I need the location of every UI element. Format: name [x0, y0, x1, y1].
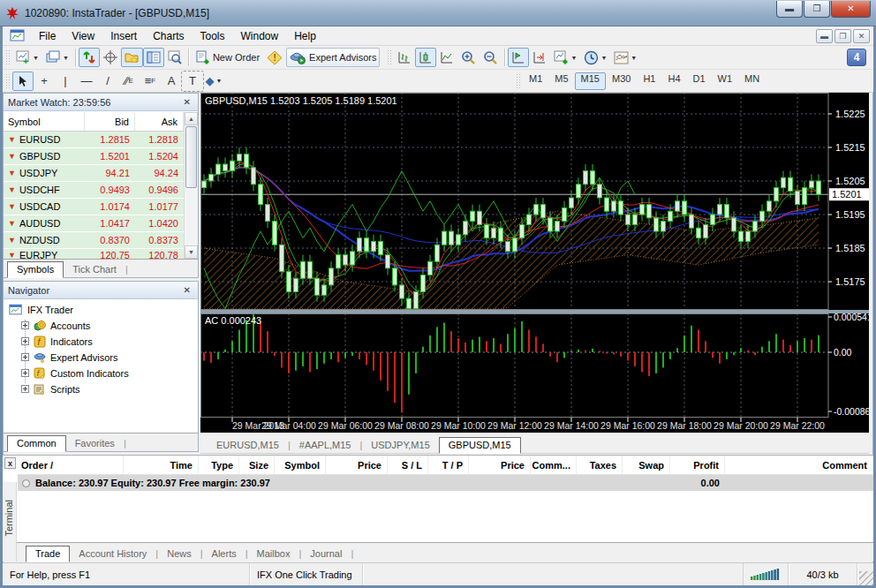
tab-symbols[interactable]: Symbols — [7, 261, 64, 278]
scroll-up-icon[interactable]: ▲ — [185, 112, 198, 125]
chart-window-icon[interactable] — [10, 29, 26, 42]
cursor-tool[interactable] — [12, 72, 34, 91]
timeframe-H4[interactable]: H4 — [661, 72, 686, 90]
terminal-toggle[interactable] — [143, 48, 164, 67]
tab-journal[interactable]: Journal — [301, 547, 351, 562]
expand-icon[interactable] — [21, 321, 29, 329]
tab-trade[interactable]: Trade — [26, 546, 70, 562]
toolbar-grip[interactable] — [5, 49, 10, 65]
expand-icon[interactable] — [21, 337, 29, 345]
periods-button[interactable]: ▼ — [580, 48, 610, 67]
templates-button[interactable]: ▼ — [610, 48, 640, 67]
trendline-tool[interactable]: / — [97, 72, 118, 91]
menu-insert[interactable]: Insert — [102, 27, 145, 45]
symbol-row-USDCAD[interactable]: ▼USDCAD1.01741.0177 — [4, 199, 184, 215]
menu-charts[interactable]: Charts — [145, 27, 192, 45]
chart-area[interactable]: 1.52251.52151.52051.51951.51851.51751.52… — [200, 93, 869, 433]
candlestick-button[interactable] — [415, 48, 436, 67]
toolbar-grip[interactable] — [387, 49, 391, 65]
timeframe-M30[interactable]: M30 — [606, 72, 637, 90]
timeframe-M5[interactable]: M5 — [548, 72, 574, 90]
menu-tools[interactable]: Tools — [193, 27, 233, 45]
tab-mailbox[interactable]: Mailbox — [248, 547, 299, 562]
new-order-button[interactable]: New Order — [192, 48, 263, 67]
timeframe-M15[interactable]: M15 — [575, 72, 606, 90]
chart-shift-toggle[interactable] — [529, 48, 550, 67]
chart-tab-eurusd-m15[interactable]: EURUSD,M15 — [208, 438, 288, 453]
terminal-close-icon[interactable]: x — [4, 457, 16, 469]
equidistant-channel-tool[interactable]: ∕∕E — [118, 72, 140, 91]
market-watch-scrollbar[interactable]: ▲ ▼ — [184, 112, 198, 259]
column-header-swap[interactable]: Swap — [623, 456, 670, 474]
column-header-taxes[interactable]: Taxes — [577, 456, 623, 474]
tab-common[interactable]: Common — [7, 435, 66, 452]
crosshair-tool[interactable]: + — [34, 72, 55, 91]
symbol-row-USDJPY[interactable]: ▼USDJPY94.2194.24 — [4, 165, 184, 182]
navigator-item-indicators[interactable]: fIndicators — [4, 334, 198, 350]
timeframe-W1[interactable]: W1 — [712, 72, 739, 90]
chart-tab-gbpusd-m15[interactable]: GBPUSD,M15 — [439, 437, 521, 454]
new-chart-button[interactable]: + ▼ — [12, 48, 42, 67]
column-header-symbol[interactable]: Symbol — [4, 112, 85, 131]
tab-alerts[interactable]: Alerts — [203, 547, 245, 562]
symbol-row-EURJPY[interactable]: ▼EURJPY120.75120.78 — [4, 249, 184, 259]
auto-scroll-toggle[interactable] — [508, 48, 529, 67]
menu-window[interactable]: Window — [233, 27, 287, 45]
symbol-row-USDCHF[interactable]: ▼USDCHF0.94930.9496 — [4, 182, 184, 199]
zoom-in-button[interactable] — [457, 48, 480, 67]
close-icon[interactable]: ✕ — [181, 97, 193, 107]
column-header-profit[interactable]: Profit — [670, 456, 725, 474]
child-restore-button[interactable]: ❐ — [834, 29, 851, 43]
column-header-price[interactable]: Price — [469, 456, 531, 474]
timeframe-MN[interactable]: MN — [738, 72, 766, 90]
column-header-order[interactable]: Order / — [18, 456, 124, 474]
navigator-item-scripts[interactable]: Scripts — [4, 381, 198, 397]
resize-grip[interactable] — [859, 571, 873, 585]
price-chart[interactable]: 1.52251.52151.52051.51951.51851.51751.52… — [200, 93, 869, 433]
column-header-comm[interactable]: Comm... — [531, 456, 577, 474]
toolbar-grip[interactable] — [5, 73, 10, 89]
fibonacci-tool[interactable]: ≡F — [140, 72, 161, 91]
alert-button[interactable]: ! — [263, 48, 286, 67]
menu-help[interactable]: Help — [286, 27, 324, 45]
column-header-type[interactable]: Type — [199, 456, 239, 474]
profiles-button[interactable]: ▼ — [42, 48, 72, 67]
symbol-row-AUDUSD[interactable]: ▼AUDUSD1.04171.0420 — [4, 215, 184, 232]
expand-icon[interactable] — [21, 385, 29, 393]
text-label-tool[interactable]: T — [182, 72, 203, 91]
navigator-item-accounts[interactable]: Accounts — [4, 318, 198, 334]
column-header-symbol[interactable]: Symbol — [275, 456, 326, 474]
market-watch-toggle[interactable] — [79, 48, 100, 67]
scrollbar-thumb[interactable] — [185, 126, 197, 188]
tab-news[interactable]: News — [158, 547, 200, 562]
minimize-button[interactable]: ▬ — [776, 1, 803, 18]
tab-account-history[interactable]: Account History — [70, 547, 155, 562]
menu-view[interactable]: View — [64, 27, 102, 45]
symbol-row-GBPUSD[interactable]: ▼GBPUSD1.52011.5204 — [4, 148, 184, 165]
chart-tab--aapl-m15[interactable]: #AAPL,M15 — [291, 438, 360, 453]
toolbar-grip[interactable] — [516, 73, 520, 89]
tab-tick-chart[interactable]: Tick Chart — [64, 262, 125, 277]
navigator-item-custom-indicators[interactable]: fCustom Indicators — [4, 366, 198, 381]
text-tool[interactable]: A — [161, 72, 182, 91]
timeframe-H1[interactable]: H1 — [637, 72, 661, 90]
zoom-out-button[interactable] — [480, 48, 502, 67]
close-icon[interactable]: ✕ — [181, 285, 193, 295]
vertical-line-tool[interactable]: | — [55, 72, 76, 91]
column-header-sl[interactable]: S / L — [388, 456, 428, 474]
timeframe-D1[interactable]: D1 — [687, 72, 712, 90]
comments-badge[interactable]: 4 — [847, 49, 866, 66]
column-header-size[interactable]: Size — [239, 456, 275, 474]
bar-chart-button[interactable] — [394, 48, 415, 67]
indicators-button[interactable]: ▼ — [550, 48, 580, 67]
child-close-button[interactable]: ✕ — [853, 29, 870, 43]
data-window-toggle[interactable] — [100, 48, 121, 67]
navigator-toggle[interactable] — [121, 48, 143, 67]
expand-icon[interactable] — [21, 369, 29, 377]
column-header-bid[interactable]: Bid — [85, 112, 135, 131]
expert-advisors-button[interactable]: Expert Advisors — [286, 48, 380, 67]
scroll-down-icon[interactable]: ▼ — [185, 245, 198, 259]
column-header-ask[interactable]: Ask — [135, 112, 184, 131]
chart-tab-usdjpy-m15[interactable]: USDJPY,M15 — [362, 438, 438, 453]
close-button[interactable]: ✕ — [831, 1, 871, 18]
